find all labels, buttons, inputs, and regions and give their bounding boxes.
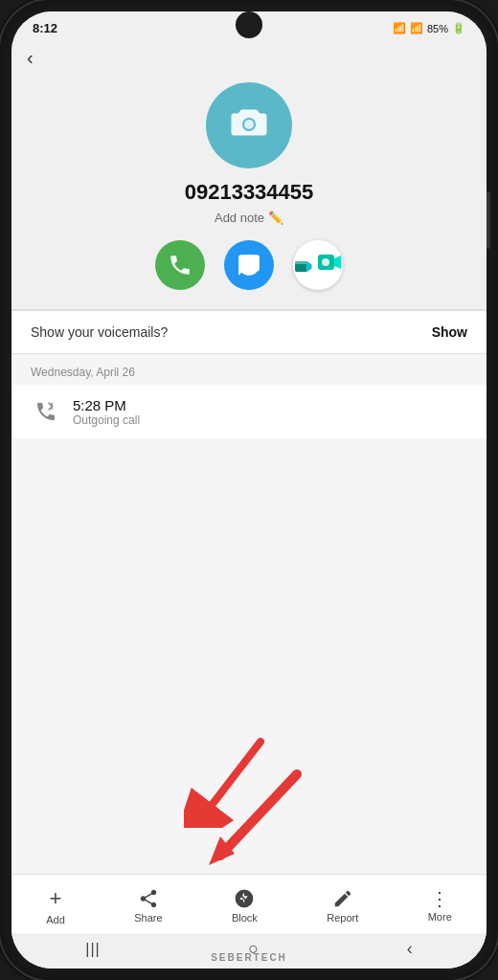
system-nav: ||| ○ ‹ bbox=[11, 933, 487, 969]
call-history: Wednesday, April 26 5:28 PM Outgoing cal… bbox=[11, 354, 487, 874]
back-button[interactable]: ‹ bbox=[27, 47, 34, 68]
nav-recent-button[interactable]: ||| bbox=[85, 941, 100, 958]
app-content: ‹ 09213334455 Add note bbox=[11, 39, 487, 969]
battery-level: 85% bbox=[427, 23, 448, 34]
more-icon: ⋮ bbox=[430, 889, 449, 908]
call-button[interactable] bbox=[155, 240, 205, 290]
toolbar-item-share[interactable]: Share bbox=[126, 884, 170, 927]
wifi-icon: 📶 bbox=[393, 22, 406, 34]
voicemail-section: Show your voicemails? Show bbox=[11, 310, 487, 354]
add-icon: + bbox=[50, 886, 62, 911]
voicemail-text: Show your voicemails? bbox=[31, 324, 168, 340]
phone-screen: 8:12 📶 📶 85% 🔋 ‹ bbox=[11, 11, 487, 969]
call-icon-wrap bbox=[31, 396, 61, 427]
block-label: Block bbox=[232, 912, 258, 924]
add-note-label: Add note bbox=[215, 211, 264, 225]
add-label: Add bbox=[46, 914, 65, 925]
status-time: 8:12 bbox=[33, 21, 57, 35]
call-item: 5:28 PM Outgoing call bbox=[11, 385, 487, 438]
share-label: Share bbox=[134, 912, 162, 924]
add-note[interactable]: Add note ✏️ bbox=[215, 211, 283, 225]
bottom-toolbar: + Add Share bbox=[11, 874, 487, 933]
share-icon bbox=[138, 888, 159, 909]
avatar-icon bbox=[230, 104, 268, 147]
back-nav: ‹ bbox=[11, 39, 487, 73]
action-buttons bbox=[155, 240, 343, 290]
call-date-header: Wednesday, April 26 bbox=[11, 354, 487, 385]
branding-label: SEBERTECH bbox=[211, 952, 287, 963]
toolbar-item-more[interactable]: ⋮ More bbox=[420, 885, 460, 926]
toolbar-item-add[interactable]: + Add bbox=[38, 882, 73, 929]
contact-number: 09213334455 bbox=[185, 180, 314, 205]
call-type: Outgoing call bbox=[73, 413, 140, 427]
side-button bbox=[487, 191, 490, 249]
contact-section: 09213334455 Add note ✏️ bbox=[11, 73, 487, 309]
voicemail-show-button[interactable]: Show bbox=[432, 324, 467, 340]
status-icons: 📶 📶 85% 🔋 bbox=[393, 22, 465, 34]
toolbar-item-block[interactable]: Block bbox=[224, 884, 265, 927]
notch bbox=[236, 11, 262, 38]
signal-icon: 📶 bbox=[410, 22, 423, 34]
more-label: More bbox=[428, 911, 452, 923]
edit-icon: ✏️ bbox=[268, 211, 283, 225]
svg-point-5 bbox=[322, 258, 329, 266]
phone-frame: 8:12 📶 📶 85% 🔋 ‹ bbox=[0, 0, 498, 980]
avatar bbox=[206, 82, 292, 168]
call-time: 5:28 PM bbox=[73, 397, 140, 413]
toolbar-items: + Add Share bbox=[11, 882, 487, 929]
block-icon bbox=[234, 888, 255, 909]
nav-back-button[interactable]: ‹ bbox=[407, 939, 413, 959]
report-label: Report bbox=[327, 912, 358, 924]
toolbar-item-report[interactable]: Report bbox=[319, 884, 366, 927]
battery-icon: 🔋 bbox=[452, 22, 465, 34]
report-icon bbox=[332, 888, 353, 909]
video-button[interactable] bbox=[293, 240, 343, 290]
message-button[interactable] bbox=[224, 240, 274, 290]
call-details: 5:28 PM Outgoing call bbox=[73, 397, 140, 427]
svg-point-1 bbox=[244, 120, 254, 129]
svg-marker-4 bbox=[334, 256, 341, 269]
